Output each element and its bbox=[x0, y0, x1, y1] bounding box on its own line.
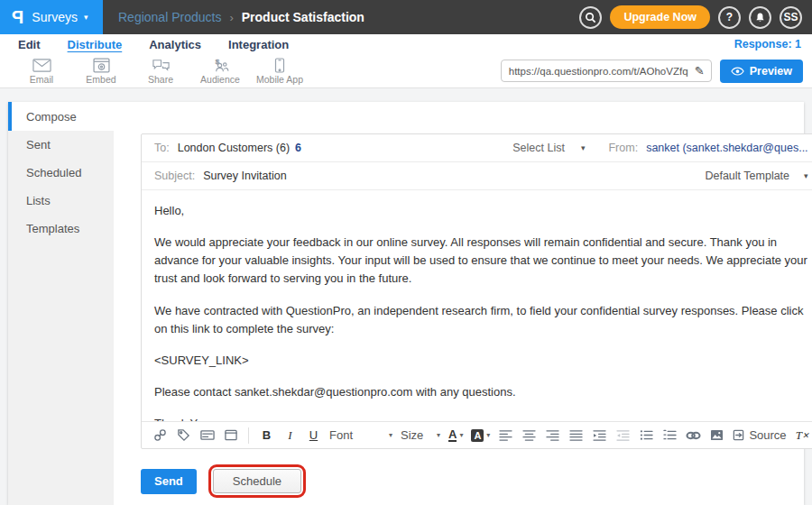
size-label: Size bbox=[401, 428, 423, 442]
from-dropdown[interactable]: From: sanket (sanket.shekdar@ques... bbox=[608, 142, 807, 154]
search-button[interactable] bbox=[579, 6, 602, 29]
response-count-link[interactable]: Response: 1 bbox=[734, 38, 812, 50]
body-paragraph: We would appreciate your feedback in our… bbox=[154, 234, 808, 288]
numbered-list-button[interactable] bbox=[662, 426, 678, 445]
survey-url-field[interactable]: https://qa.questionpro.com/t/AOhoVZfqml … bbox=[501, 60, 712, 82]
from-value: sanket (sanket.shekdar@ques... bbox=[646, 142, 807, 154]
hyperlink-button[interactable] bbox=[686, 426, 701, 445]
compose-actions: Send Schedule bbox=[141, 464, 812, 498]
topbar-actions: Upgrade Now ? SS bbox=[579, 5, 812, 29]
embed-icon bbox=[93, 58, 110, 73]
eye-icon bbox=[731, 67, 744, 76]
background-color-icon: A bbox=[471, 429, 484, 442]
highlight-annotation: Schedule bbox=[208, 464, 306, 498]
chevron-down-icon: ▾ bbox=[581, 143, 586, 152]
underline-button[interactable]: U bbox=[306, 426, 321, 445]
merge-tag-button[interactable] bbox=[176, 426, 191, 445]
align-right-icon bbox=[546, 429, 559, 441]
user-avatar[interactable]: SS bbox=[780, 6, 802, 29]
italic-button[interactable]: I bbox=[282, 426, 298, 445]
select-list-dropdown[interactable]: Select List ▾ bbox=[512, 142, 585, 154]
audience-icon: $ bbox=[211, 58, 230, 73]
breadcrumb-parent-link[interactable]: Regional Products bbox=[118, 10, 221, 24]
text-color-button[interactable]: A ▾ bbox=[448, 428, 463, 442]
channel-share[interactable]: Share bbox=[131, 58, 190, 85]
bulleted-list-button[interactable] bbox=[639, 426, 654, 445]
chevron-down-icon: ▾ bbox=[389, 431, 392, 439]
chevron-down-icon: ▾ bbox=[437, 431, 440, 439]
to-row: To: London Customers (6) 6 Select List ▾… bbox=[142, 134, 812, 162]
sidebar-item-lists[interactable]: Lists bbox=[8, 187, 114, 215]
chevron-down-icon: ▾ bbox=[486, 431, 490, 439]
source-button[interactable]: Source bbox=[733, 426, 786, 445]
font-size-dropdown[interactable]: Size ▾ bbox=[401, 428, 440, 442]
bell-icon bbox=[754, 12, 766, 23]
preview-button[interactable]: Preview bbox=[720, 60, 803, 83]
channel-label: Mobile App bbox=[256, 74, 303, 85]
questionpro-logo: P bbox=[12, 7, 23, 28]
product-label: Surveys bbox=[32, 10, 78, 24]
to-value[interactable]: London Customers (6) bbox=[178, 142, 290, 154]
outdent-button[interactable] bbox=[615, 426, 631, 445]
image-icon bbox=[710, 429, 724, 441]
align-left-button[interactable] bbox=[498, 426, 513, 445]
channel-label: Audience bbox=[200, 74, 240, 85]
insert-image-button[interactable] bbox=[709, 426, 724, 445]
help-button[interactable]: ? bbox=[718, 6, 741, 29]
survey-url-text: https://qa.questionpro.com/t/AOhoVZfqml bbox=[502, 66, 688, 77]
background-color-button[interactable]: A ▾ bbox=[471, 429, 490, 442]
sidebar-item-sent[interactable]: Sent bbox=[8, 131, 114, 159]
tab-analytics[interactable]: Analytics bbox=[149, 38, 201, 51]
email-body-editor[interactable]: Hello, We would appreciate your feedback… bbox=[142, 190, 812, 421]
tag-icon bbox=[177, 428, 190, 442]
align-center-button[interactable] bbox=[521, 426, 537, 445]
sidebar-item-compose[interactable]: Compose bbox=[8, 102, 114, 131]
edit-url-icon[interactable]: ✎ bbox=[688, 64, 711, 78]
channel-embed[interactable]: Embed bbox=[71, 58, 131, 85]
remove-format-button[interactable]: T✕ bbox=[795, 426, 810, 445]
text-color-icon: A bbox=[448, 428, 457, 442]
chevron-down-icon: ▾ bbox=[459, 431, 463, 439]
body-paragraph: Thank You bbox=[154, 415, 808, 421]
remove-format-icon: T bbox=[796, 428, 802, 443]
indent-button[interactable] bbox=[592, 426, 607, 445]
preview-label: Preview bbox=[750, 65, 792, 78]
send-button[interactable]: Send bbox=[141, 469, 197, 494]
share-icon bbox=[152, 58, 171, 73]
justify-button[interactable] bbox=[568, 426, 584, 445]
window-icon bbox=[225, 429, 237, 441]
tab-edit[interactable]: Edit bbox=[18, 38, 41, 51]
font-family-dropdown[interactable]: Font ▾ bbox=[329, 428, 392, 442]
editor-toolbar: B I U Font ▾ Size ▾ A ▾ bbox=[142, 421, 812, 448]
surveys-product-menu[interactable]: P Surveys ▾ bbox=[0, 0, 103, 34]
notifications-button[interactable] bbox=[749, 6, 771, 29]
chevron-down-icon: ▾ bbox=[804, 171, 808, 180]
chain-link-icon bbox=[153, 428, 167, 442]
subject-input[interactable]: Survey Invitation bbox=[203, 170, 286, 182]
merge-field-button[interactable] bbox=[199, 426, 215, 445]
sidebar-item-scheduled[interactable]: Scheduled bbox=[8, 159, 114, 187]
mobile-app-icon bbox=[274, 58, 285, 73]
insert-link-button[interactable] bbox=[152, 426, 168, 445]
email-form: To: London Customers (6) 6 Select List ▾… bbox=[141, 133, 812, 449]
channel-label: Share bbox=[148, 74, 173, 85]
survey-url-area: https://qa.questionpro.com/t/AOhoVZfqml … bbox=[501, 60, 812, 83]
sidebar-item-templates[interactable]: Templates bbox=[8, 215, 114, 243]
body-paragraph: <SURVEY_LINK> bbox=[154, 352, 808, 370]
align-right-button[interactable] bbox=[545, 426, 560, 445]
channel-audience[interactable]: $ Audience bbox=[190, 58, 250, 85]
recipient-count[interactable]: 6 bbox=[295, 142, 301, 154]
embed-window-button[interactable] bbox=[223, 426, 238, 445]
email-icon bbox=[32, 58, 51, 73]
bold-button[interactable]: B bbox=[259, 426, 274, 445]
tab-integration[interactable]: Integration bbox=[228, 38, 289, 51]
search-icon bbox=[585, 12, 596, 23]
distribute-card: Compose Sent Scheduled Lists Templates T… bbox=[8, 102, 804, 505]
tab-distribute[interactable]: Distribute bbox=[68, 38, 123, 51]
distribute-channel-bar: Email Embed Share $ Audience Mobile App … bbox=[0, 54, 812, 88]
schedule-button[interactable]: Schedule bbox=[213, 469, 301, 493]
template-dropdown[interactable]: Default Template ▾ bbox=[705, 170, 807, 182]
channel-mobile-app[interactable]: Mobile App bbox=[250, 58, 309, 85]
upgrade-now-button[interactable]: Upgrade Now bbox=[610, 5, 710, 29]
channel-email[interactable]: Email bbox=[12, 58, 71, 85]
